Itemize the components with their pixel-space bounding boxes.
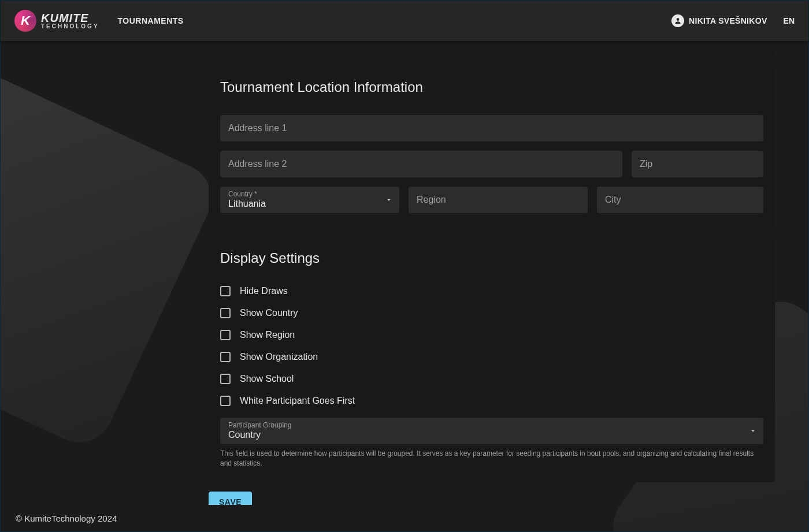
- display-settings-title: Display Settings: [220, 250, 763, 266]
- footer: © KumiteTechnology 2024: [1, 505, 808, 531]
- checkbox-label: Show School: [240, 374, 294, 384]
- save-button[interactable]: SAVE: [209, 492, 252, 505]
- participant-grouping-helper: This field is used to determine how part…: [220, 449, 763, 468]
- checkbox-icon: [220, 374, 231, 384]
- participant-grouping-select[interactable]: Participant Grouping Country: [220, 418, 763, 444]
- previous-card-edge: [209, 49, 775, 56]
- region-field[interactable]: Region: [409, 187, 588, 213]
- checkbox-show-organization[interactable]: Show Organization: [220, 352, 763, 362]
- address-line-1-field[interactable]: Address line 1: [220, 115, 763, 142]
- participant-grouping-label: Participant Grouping: [228, 421, 291, 429]
- zip-field[interactable]: Zip: [632, 151, 763, 177]
- chevron-down-icon: [385, 196, 392, 203]
- checkbox-icon: [220, 286, 231, 296]
- country-select[interactable]: Country * Lithuania: [220, 187, 399, 213]
- checkbox-icon: [220, 330, 231, 340]
- participant-grouping-value: Country: [228, 430, 261, 440]
- checkbox-hide-draws[interactable]: Hide Draws: [220, 286, 763, 296]
- location-card-title: Tournament Location Information: [220, 79, 763, 95]
- city-field[interactable]: City: [597, 187, 763, 213]
- display-settings-card: Display Settings Hide Draws Show Country…: [209, 236, 775, 482]
- checkbox-show-school[interactable]: Show School: [220, 374, 763, 384]
- user-avatar-icon: [671, 14, 684, 27]
- checkbox-white-first[interactable]: White Participant Goes First: [220, 396, 763, 406]
- address-line-2-placeholder: Address line 2: [228, 159, 287, 169]
- address-line-1-placeholder: Address line 1: [228, 123, 287, 133]
- zip-placeholder: Zip: [640, 159, 652, 169]
- checkbox-icon: [220, 308, 231, 318]
- checkbox-show-country[interactable]: Show Country: [220, 308, 763, 318]
- checkbox-label: White Participant Goes First: [240, 396, 355, 406]
- nav-tournaments[interactable]: TOURNAMENTS: [118, 16, 184, 25]
- brand-subtitle: TECHNOLOGY: [41, 24, 99, 29]
- app-header: K KUMITE TECHNOLOGY TOURNAMENTS NIKITA S…: [1, 1, 808, 41]
- checkbox-show-region[interactable]: Show Region: [220, 330, 763, 340]
- checkbox-label: Show Country: [240, 308, 298, 318]
- country-label: Country *: [228, 190, 257, 198]
- city-placeholder: City: [605, 195, 621, 205]
- language-switch[interactable]: EN: [784, 16, 795, 25]
- checkbox-icon: [220, 396, 231, 406]
- checkbox-label: Show Region: [240, 330, 295, 340]
- svg-point-0: [677, 18, 680, 21]
- brand-logo[interactable]: K KUMITE TECHNOLOGY: [14, 10, 99, 32]
- address-line-2-field[interactable]: Address line 2: [220, 151, 622, 177]
- checkbox-label: Hide Draws: [240, 286, 288, 296]
- checkbox-label: Show Organization: [240, 352, 318, 362]
- brand-logo-mark: K: [14, 10, 36, 32]
- location-card: Tournament Location Information Address …: [209, 65, 775, 227]
- region-placeholder: Region: [417, 195, 446, 205]
- main-content: Tournament Location Information Address …: [1, 41, 808, 505]
- country-value: Lithuania: [228, 199, 266, 209]
- chevron-down-icon: [749, 427, 756, 434]
- checkbox-icon: [220, 352, 231, 362]
- user-menu[interactable]: NIKITA SVEŠNIKOV: [671, 14, 767, 27]
- footer-copyright: © KumiteTechnology 2024: [16, 514, 117, 523]
- brand-title: KUMITE: [41, 12, 99, 24]
- user-name-label: NIKITA SVEŠNIKOV: [689, 16, 767, 25]
